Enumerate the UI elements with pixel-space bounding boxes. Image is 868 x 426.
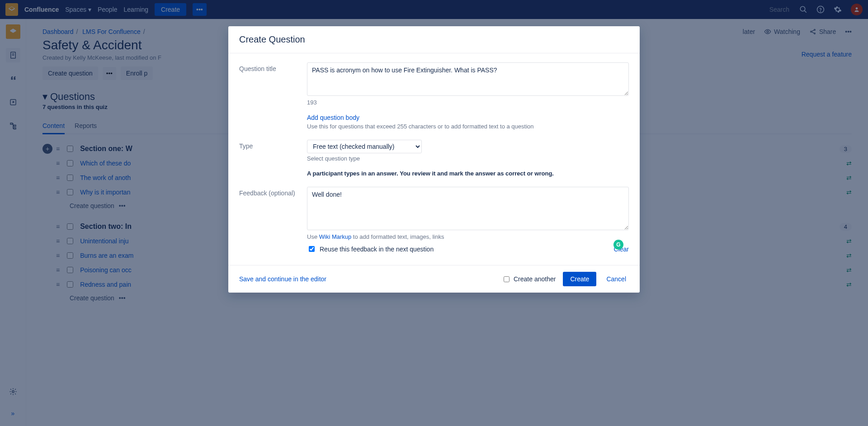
question-title-input[interactable] xyxy=(307,62,629,96)
question-type-select[interactable]: Free text (checked manually) xyxy=(307,140,422,153)
add-body-hint: Use this for questions that exceed 255 c… xyxy=(307,123,629,130)
type-description: A participant types in an answer. You re… xyxy=(307,170,629,177)
label-question-title: Question title xyxy=(239,62,307,130)
modal-overlay: Create Question Question title 193 Add q… xyxy=(0,0,868,426)
create-question-modal: Create Question Question title 193 Add q… xyxy=(228,26,640,293)
char-counter: 193 xyxy=(307,99,629,106)
save-continue-link[interactable]: Save and continue in the editor xyxy=(239,275,326,283)
add-question-body-link[interactable]: Add question body xyxy=(307,114,359,121)
wiki-hint: Use Wiki Markup to add formatted text, i… xyxy=(307,233,629,240)
create-another-checkbox[interactable] xyxy=(504,276,509,282)
wiki-markup-link[interactable]: Wiki Markup xyxy=(319,233,352,240)
type-hint: Select question type xyxy=(307,155,629,162)
reuse-feedback-checkbox[interactable] xyxy=(309,246,315,252)
label-feedback: Feedback (optional) xyxy=(239,187,307,253)
reuse-feedback-label: Reuse this feedback in the next question xyxy=(320,246,434,253)
modal-title: Create Question xyxy=(228,26,640,53)
create-submit-button[interactable]: Create xyxy=(563,272,596,286)
label-type: Type xyxy=(239,140,307,177)
cancel-button[interactable]: Cancel xyxy=(604,275,629,283)
create-another-toggle[interactable]: Create another xyxy=(502,275,556,284)
feedback-input[interactable] xyxy=(307,187,629,230)
grammarly-icon[interactable]: G xyxy=(613,240,623,250)
